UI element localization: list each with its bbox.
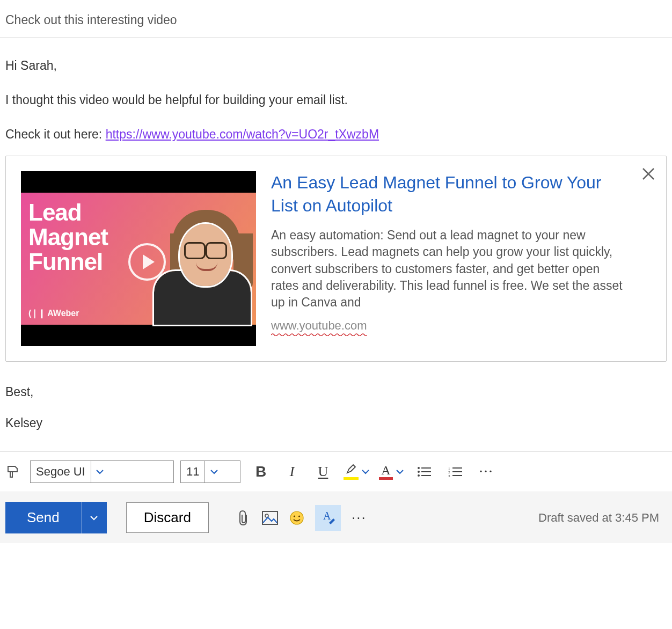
insert-emoji-button[interactable] (288, 509, 305, 526)
send-options-button[interactable] (81, 502, 107, 533)
close-icon (640, 166, 656, 182)
svg-rect-2 (10, 472, 12, 477)
closing: Best, (5, 384, 667, 400)
font-name-value: Segoe UI (31, 463, 91, 481)
remove-preview-button[interactable] (640, 166, 656, 182)
preview-thumbnail[interactable]: LeadMagnetFunnel (❘❙ AWeber (21, 171, 256, 346)
font-color-button[interactable]: A (379, 464, 404, 480)
smiley-icon (289, 510, 304, 525)
svg-point-18 (294, 515, 295, 517)
preview-title[interactable]: An Easy Lead Magnet Funnel to Grow Your … (271, 171, 630, 217)
numbered-list-icon: 1 2 3 (448, 466, 462, 477)
attach-file-button[interactable] (235, 509, 252, 526)
svg-text:A: A (323, 510, 331, 522)
format-painter-icon (5, 464, 20, 479)
font-size-value: 11 (181, 463, 204, 481)
insert-picture-button[interactable] (261, 509, 279, 526)
formatting-toolbar: Segoe UI 11 B I U A (0, 451, 672, 492)
font-name-select[interactable]: Segoe UI (30, 460, 174, 483)
greeting: Hi Sarah, (5, 58, 667, 74)
format-painter-button[interactable] (5, 464, 20, 479)
svg-point-19 (298, 515, 300, 517)
preview-description: An easy automation: Send out a lead magn… (271, 227, 630, 311)
body-link-line: Check it out here: https://www.youtube.c… (5, 127, 667, 143)
svg-point-5 (418, 471, 420, 473)
link-intro-text: Check it out here: (5, 127, 106, 141)
chevron-down-icon (362, 469, 369, 474)
chevron-down-icon (90, 515, 98, 521)
more-formatting-button[interactable]: ··· (476, 462, 497, 481)
numbered-list-button[interactable]: 1 2 3 (444, 462, 466, 481)
discard-button[interactable]: Discard (126, 502, 209, 533)
underline-button[interactable]: U (312, 462, 334, 481)
bulleted-list-icon (417, 466, 431, 477)
svg-point-3 (418, 467, 420, 469)
svg-point-7 (418, 474, 420, 477)
draft-saved-status: Draft saved at 3:45 PM (538, 511, 667, 525)
highlighter-icon (346, 464, 356, 474)
send-button[interactable]: Send (5, 502, 81, 533)
bold-button[interactable]: B (250, 462, 272, 481)
paperclip-icon (237, 510, 250, 526)
svg-point-17 (290, 511, 303, 524)
font-name-chevron[interactable] (91, 461, 109, 482)
font-color-icon: A (379, 464, 393, 477)
signature-icon: A (320, 510, 335, 526)
highlight-color-button[interactable] (344, 464, 369, 480)
font-size-chevron[interactable] (204, 461, 223, 482)
chevron-down-icon (396, 469, 404, 474)
signature-name: Kelsey (5, 415, 667, 431)
preview-domain: www.youtube.com (271, 319, 367, 333)
italic-button[interactable]: I (281, 462, 303, 481)
body-line-1: I thought this video would be helpful fo… (5, 92, 667, 108)
more-actions-button[interactable]: ··· (350, 509, 368, 526)
chevron-down-icon (96, 469, 104, 474)
bulleted-list-button[interactable] (413, 462, 435, 481)
svg-text:3: 3 (448, 474, 450, 477)
picture-icon (262, 511, 278, 525)
email-body[interactable]: Hi Sarah, I thought this video would be … (0, 38, 672, 451)
play-icon (128, 243, 166, 281)
font-size-select[interactable]: 11 (180, 460, 240, 483)
subject-line[interactable]: Check out this interesting video (0, 0, 672, 38)
youtube-link[interactable]: https://www.youtube.com/watch?v=UO2r_tXw… (106, 127, 379, 141)
signature-toggle-button[interactable]: A (315, 505, 341, 531)
chevron-down-icon (210, 469, 218, 474)
link-preview-card: LeadMagnetFunnel (❘❙ AWeber An Easy Lead… (5, 156, 667, 362)
actions-bar: Send Discard A ··· Draft saved at 3 (0, 492, 672, 543)
thumb-brand-text: (❘❙ AWeber (28, 308, 79, 318)
svg-rect-15 (262, 511, 277, 524)
